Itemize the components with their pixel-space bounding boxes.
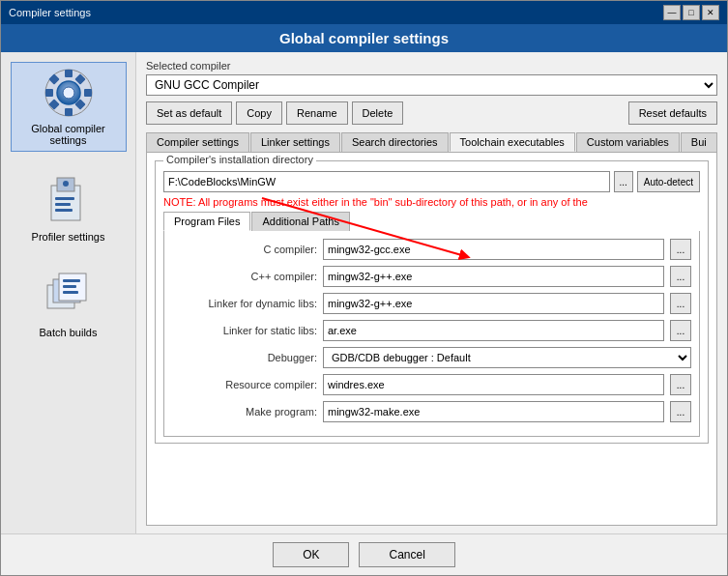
svg-rect-16 (55, 209, 73, 212)
debugger-row: Debugger: GDB/CDB debugger : Default (172, 347, 691, 368)
sidebar-label-batch: Batch builds (40, 327, 98, 338)
linker-dynamic-row: Linker for dynamic libs: ... (172, 293, 691, 314)
maximize-button[interactable]: □ (683, 5, 700, 20)
inner-tab-additional-paths[interactable]: Additional Paths (251, 212, 350, 231)
make-program-label: Make program: (172, 406, 317, 418)
toolbar-buttons: Set as default Copy Rename Delete Reset … (146, 101, 717, 125)
debugger-select[interactable]: GDB/CDB debugger : Default (323, 347, 691, 368)
cpp-compiler-row: C++ compiler: ... (172, 266, 691, 287)
sidebar: Global compiler settings Profiler settin… (1, 52, 136, 533)
linker-static-label: Linker for static libs: (172, 325, 317, 336)
svg-rect-2 (65, 108, 73, 116)
svg-rect-3 (45, 89, 53, 97)
svg-rect-15 (55, 203, 71, 206)
delete-button[interactable]: Delete (352, 101, 404, 125)
dialog-title: Global compiler settings (1, 24, 727, 52)
make-program-browse[interactable]: ... (670, 401, 691, 422)
window-title: Compiler settings (9, 7, 91, 18)
toolchain-tab-content: Compiler's installation directory ... Au… (146, 153, 717, 526)
install-dir-row: ... Auto-detect (163, 171, 700, 192)
tab-compiler-settings[interactable]: Compiler settings (146, 132, 249, 152)
set-as-default-button[interactable]: Set as default (146, 101, 232, 125)
linker-static-input[interactable] (323, 320, 664, 341)
svg-point-10 (63, 87, 74, 99)
linker-static-browse[interactable]: ... (670, 320, 691, 341)
install-dir-browse-btn[interactable]: ... (614, 171, 633, 192)
cpp-compiler-input[interactable] (323, 266, 664, 287)
main-panel: Selected compiler GNU GCC Compiler Set a… (136, 52, 727, 533)
resource-compiler-row: Resource compiler: ... (172, 374, 691, 395)
svg-rect-20 (63, 279, 80, 282)
sidebar-item-global-compiler[interactable]: Global compiler settings (11, 62, 127, 152)
auto-detect-button[interactable]: Auto-detect (637, 171, 700, 192)
sidebar-label-profiler: Profiler settings (32, 231, 105, 243)
linker-dynamic-label: Linker for dynamic libs: (172, 298, 317, 309)
profiler-icon (44, 176, 94, 226)
installation-dir-title: Compiler's installation directory (163, 154, 316, 165)
svg-rect-22 (63, 291, 78, 294)
c-compiler-input[interactable] (323, 239, 664, 260)
gear-icon (44, 68, 94, 118)
tab-toolchain-executables[interactable]: Toolchain executables (450, 132, 575, 152)
tab-linker-settings[interactable]: Linker settings (250, 132, 340, 152)
rename-button[interactable]: Rename (286, 101, 348, 125)
close-button[interactable]: ✕ (702, 5, 719, 20)
content-area: Global compiler settings Profiler settin… (1, 52, 727, 533)
selected-compiler-label: Selected compiler (146, 60, 717, 72)
linker-static-row: Linker for static libs: ... (172, 320, 691, 341)
program-files-content: C compiler: ... C++ compiler: ... Li (163, 231, 700, 437)
install-dir-input[interactable] (163, 171, 610, 192)
sidebar-label-global: Global compiler settings (16, 123, 121, 146)
linker-dynamic-input[interactable] (323, 293, 664, 314)
settings-tabs: Compiler settings Linker settings Search… (146, 132, 717, 153)
inner-tab-program-files[interactable]: Program Files (163, 212, 250, 231)
title-bar: Compiler settings — □ ✕ (1, 1, 727, 24)
make-program-row: Make program: ... (172, 401, 691, 422)
compiler-dropdown[interactable]: GNU GCC Compiler (146, 74, 717, 96)
svg-point-13 (63, 181, 69, 187)
svg-rect-1 (65, 70, 73, 77)
make-program-input[interactable] (323, 401, 664, 422)
installation-dir-section: Compiler's installation directory ... Au… (155, 160, 709, 444)
window-controls: — □ ✕ (663, 5, 719, 20)
ok-button[interactable]: OK (273, 542, 349, 567)
note-text: NOTE: All programs must exist either in … (163, 196, 700, 208)
resource-compiler-input[interactable] (323, 374, 664, 395)
sidebar-item-profiler[interactable]: Profiler settings (11, 171, 127, 247)
c-compiler-row: C compiler: ... (172, 239, 691, 260)
sidebar-item-batch[interactable]: Batch builds (11, 267, 127, 343)
inner-tabs: Program Files Additional Paths (163, 212, 700, 231)
svg-rect-14 (55, 197, 74, 200)
tab-custom-variables[interactable]: Custom variables (576, 132, 680, 152)
resource-compiler-label: Resource compiler: (172, 379, 317, 390)
batch-icon (44, 272, 94, 322)
svg-rect-21 (63, 285, 76, 288)
copy-button[interactable]: Copy (236, 101, 282, 125)
cpp-compiler-label: C++ compiler: (172, 271, 317, 282)
svg-rect-4 (84, 89, 92, 97)
compiler-dropdown-wrapper: GNU GCC Compiler (146, 74, 717, 96)
bottom-bar: OK Cancel (1, 533, 727, 575)
c-compiler-label: C compiler: (172, 244, 317, 255)
reset-defaults-button[interactable]: Reset defaults (628, 101, 717, 125)
resource-compiler-browse[interactable]: ... (670, 374, 691, 395)
linker-dynamic-browse[interactable]: ... (670, 293, 691, 314)
c-compiler-browse[interactable]: ... (670, 239, 691, 260)
compiler-selector-row: GNU GCC Compiler (146, 74, 717, 96)
minimize-button[interactable]: — (663, 5, 681, 20)
tab-build[interactable]: Bui (681, 132, 717, 152)
tab-search-directories[interactable]: Search directories (341, 132, 449, 152)
cancel-button[interactable]: Cancel (359, 542, 454, 567)
main-window: Compiler settings — □ ✕ Global compiler … (0, 0, 728, 576)
debugger-label: Debugger: (172, 352, 317, 363)
cpp-compiler-browse[interactable]: ... (670, 266, 691, 287)
